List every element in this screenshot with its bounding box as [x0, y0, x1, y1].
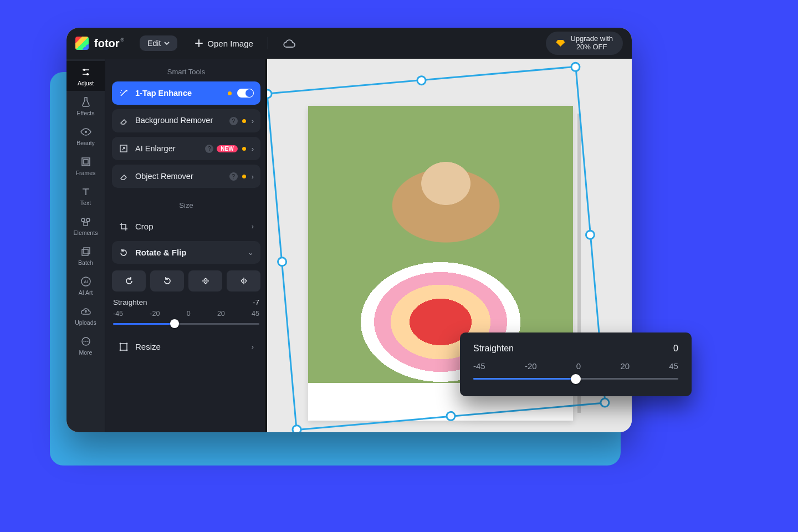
cloud-icon	[283, 38, 296, 48]
brand-name: fotor®	[94, 37, 124, 50]
svg-rect-9	[82, 249, 88, 255]
rotate-ccw-button[interactable]	[150, 270, 184, 291]
tool-object-remover[interactable]: Object Remover ? ›	[112, 165, 260, 188]
handle-top-mid[interactable]	[416, 75, 427, 86]
svg-point-13	[83, 341, 84, 342]
onetap-toggle[interactable]	[237, 89, 254, 98]
tick-label: -20	[525, 361, 537, 371]
rail-item-batch[interactable]: Batch	[66, 241, 105, 270]
rail-item-text[interactable]: Text	[66, 181, 105, 211]
svg-rect-7	[84, 222, 88, 226]
svg-point-5	[81, 218, 85, 222]
handle-bottom-right[interactable]	[600, 397, 611, 408]
svg-point-18	[120, 342, 121, 344]
edit-menu[interactable]: Edit	[140, 35, 177, 51]
brand-logo-icon	[75, 37, 89, 50]
tool-bg-remover[interactable]: Background Remover ? ›	[112, 109, 260, 132]
rail-item-elements[interactable]: Elements	[66, 211, 105, 241]
tool-rotate-flip[interactable]: Rotate & Flip ⌄	[112, 241, 260, 264]
popup-straighten-label: Straighten	[473, 344, 514, 354]
tool-label: Object Remover	[135, 172, 226, 181]
section-title-size: Size	[112, 201, 260, 209]
straighten-slider[interactable]	[113, 320, 259, 328]
popup-slider[interactable]	[473, 374, 678, 384]
header: fotor® Edit Open Image Upgrade with 20% …	[66, 28, 632, 59]
eye-icon	[80, 126, 91, 137]
rail-item-beauty[interactable]: Beauty	[66, 121, 105, 151]
handle-top-left[interactable]	[267, 89, 273, 100]
handle-mid-right[interactable]	[585, 229, 596, 241]
rail-label: Text	[80, 200, 91, 206]
wand-icon	[119, 88, 129, 98]
section-title-smart: Smart Tools	[112, 68, 260, 76]
svg-rect-8	[84, 248, 90, 254]
slider-knob[interactable]	[571, 374, 581, 384]
flip-horizontal-button[interactable]	[227, 270, 260, 291]
handle-mid-left[interactable]	[277, 257, 288, 268]
tool-onetap-enhance[interactable]: 1-Tap Enhance	[112, 81, 260, 105]
help-icon[interactable]: ?	[229, 117, 238, 125]
tick-label: 45	[669, 361, 678, 371]
tool-label: Crop	[135, 222, 252, 231]
text-icon	[80, 186, 91, 197]
ai-icon: AI	[80, 276, 91, 287]
slider-knob[interactable]	[170, 319, 179, 328]
expand-icon	[119, 144, 129, 154]
premium-dot-icon	[242, 175, 246, 178]
svg-point-2	[85, 131, 87, 133]
new-badge: NEW	[217, 145, 237, 152]
rail-item-uploads[interactable]: Uploads	[66, 300, 105, 330]
straighten-value: -7	[253, 298, 259, 306]
tool-label: AI Enlarger	[135, 144, 202, 153]
chevron-right-icon: ›	[252, 117, 254, 125]
tick-label: 20	[217, 310, 225, 318]
tick-label: -45	[113, 310, 123, 318]
chevron-right-icon: ›	[252, 222, 254, 231]
straighten-header: Straighten -7	[113, 298, 259, 306]
separator	[268, 37, 268, 49]
upload-icon	[80, 306, 91, 317]
svg-point-19	[126, 342, 128, 344]
open-image-button[interactable]: Open Image	[195, 39, 253, 48]
rail-item-adjust[interactable]: Adjust	[66, 61, 105, 91]
flip-vertical-button[interactable]	[188, 270, 222, 291]
rail-item-frames[interactable]: Frames	[66, 151, 105, 181]
cloud-sync-button[interactable]	[283, 38, 296, 48]
svg-point-0	[83, 69, 85, 71]
tool-label: Resize	[135, 342, 252, 351]
rail-label: Frames	[76, 170, 96, 176]
chevron-right-icon: ›	[252, 172, 254, 181]
svg-point-1	[86, 73, 89, 75]
chevron-right-icon: ›	[252, 342, 254, 351]
help-icon[interactable]: ?	[229, 172, 238, 181]
handle-bottom-left[interactable]	[291, 424, 303, 432]
tool-resize[interactable]: Resize ›	[112, 335, 260, 358]
svg-point-6	[86, 218, 90, 222]
tool-crop[interactable]: Crop ›	[112, 215, 260, 238]
edit-menu-label: Edit	[147, 39, 161, 48]
tool-label: Rotate & Flip	[135, 248, 248, 257]
upgrade-button[interactable]: Upgrade with 20% OFF	[546, 32, 623, 55]
tick-label: 0	[187, 310, 191, 318]
diamond-icon	[556, 40, 565, 47]
tick-label: 45	[252, 310, 259, 318]
rail-item-effects[interactable]: Effects	[66, 91, 105, 121]
tick-label: 0	[576, 361, 581, 371]
handle-top-right[interactable]	[570, 62, 581, 73]
tick-label: 20	[620, 361, 630, 371]
svg-point-20	[120, 349, 121, 351]
rail-label: More	[79, 349, 93, 356]
rail-item-more[interactable]: More	[66, 330, 105, 360]
tool-label: Background Remover	[135, 116, 226, 125]
straighten-popup: Straighten 0 -45 -20 0 20 45	[460, 332, 692, 396]
premium-dot-icon	[242, 147, 246, 151]
rail-item-aiart[interactable]: AI AI Art	[66, 270, 105, 300]
sliders-icon	[80, 66, 91, 78]
help-icon[interactable]: ?	[205, 145, 213, 153]
rail-label: AI Art	[79, 289, 93, 296]
resize-icon	[119, 342, 129, 351]
svg-point-21	[126, 349, 128, 351]
tool-ai-enlarger[interactable]: AI Enlarger ? NEW ›	[112, 137, 260, 160]
tool-label: 1-Tap Enhance	[135, 89, 223, 98]
rotate-cw-button[interactable]	[112, 270, 146, 291]
